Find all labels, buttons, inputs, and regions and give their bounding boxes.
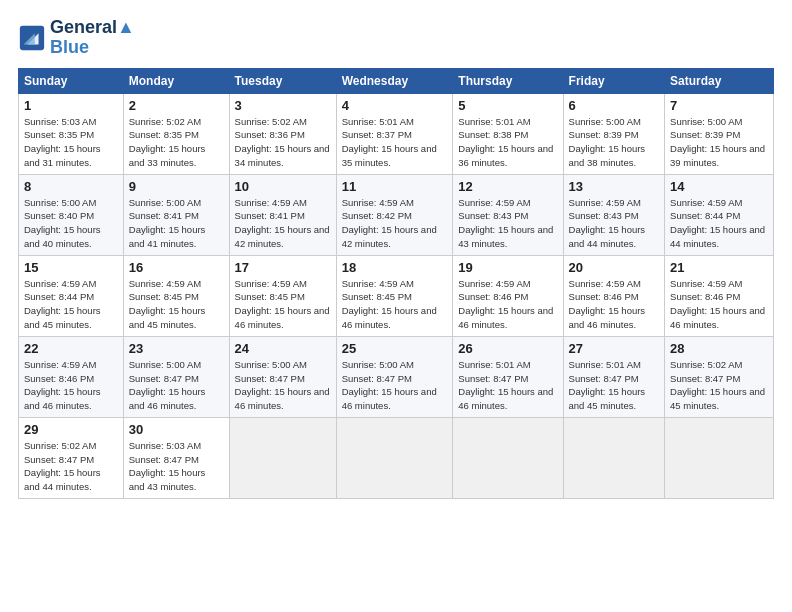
logo-icon — [18, 24, 46, 52]
day-info: Sunrise: 5:01 AMSunset: 8:47 PMDaylight:… — [569, 358, 660, 413]
calendar-cell: 20Sunrise: 4:59 AMSunset: 8:46 PMDayligh… — [563, 255, 665, 336]
calendar-body: 1Sunrise: 5:03 AMSunset: 8:35 PMDaylight… — [19, 93, 774, 498]
calendar-cell: 15Sunrise: 4:59 AMSunset: 8:44 PMDayligh… — [19, 255, 124, 336]
day-number: 3 — [235, 98, 331, 113]
day-number: 27 — [569, 341, 660, 356]
calendar-cell: 9Sunrise: 5:00 AMSunset: 8:41 PMDaylight… — [123, 174, 229, 255]
calendar-cell — [453, 417, 563, 498]
day-info: Sunrise: 5:01 AMSunset: 8:47 PMDaylight:… — [458, 358, 557, 413]
calendar-cell: 28Sunrise: 5:02 AMSunset: 8:47 PMDayligh… — [665, 336, 774, 417]
calendar-week-0: 1Sunrise: 5:03 AMSunset: 8:35 PMDaylight… — [19, 93, 774, 174]
day-info: Sunrise: 5:00 AMSunset: 8:47 PMDaylight:… — [129, 358, 224, 413]
day-number: 23 — [129, 341, 224, 356]
calendar-cell: 22Sunrise: 4:59 AMSunset: 8:46 PMDayligh… — [19, 336, 124, 417]
day-number: 4 — [342, 98, 448, 113]
day-number: 24 — [235, 341, 331, 356]
col-header-tuesday: Tuesday — [229, 68, 336, 93]
day-number: 2 — [129, 98, 224, 113]
day-info: Sunrise: 5:00 AMSunset: 8:47 PMDaylight:… — [235, 358, 331, 413]
calendar-cell: 4Sunrise: 5:01 AMSunset: 8:37 PMDaylight… — [336, 93, 453, 174]
day-number: 22 — [24, 341, 118, 356]
day-info: Sunrise: 4:59 AMSunset: 8:46 PMDaylight:… — [24, 358, 118, 413]
day-number: 6 — [569, 98, 660, 113]
calendar-cell: 7Sunrise: 5:00 AMSunset: 8:39 PMDaylight… — [665, 93, 774, 174]
day-info: Sunrise: 5:00 AMSunset: 8:40 PMDaylight:… — [24, 196, 118, 251]
col-header-monday: Monday — [123, 68, 229, 93]
day-number: 17 — [235, 260, 331, 275]
day-number: 13 — [569, 179, 660, 194]
day-number: 26 — [458, 341, 557, 356]
day-info: Sunrise: 4:59 AMSunset: 8:46 PMDaylight:… — [569, 277, 660, 332]
calendar-cell: 27Sunrise: 5:01 AMSunset: 8:47 PMDayligh… — [563, 336, 665, 417]
day-number: 8 — [24, 179, 118, 194]
calendar-cell: 2Sunrise: 5:02 AMSunset: 8:35 PMDaylight… — [123, 93, 229, 174]
day-number: 25 — [342, 341, 448, 356]
day-info: Sunrise: 5:03 AMSunset: 8:35 PMDaylight:… — [24, 115, 118, 170]
day-number: 15 — [24, 260, 118, 275]
day-number: 16 — [129, 260, 224, 275]
day-info: Sunrise: 5:00 AMSunset: 8:47 PMDaylight:… — [342, 358, 448, 413]
calendar-cell — [229, 417, 336, 498]
day-info: Sunrise: 4:59 AMSunset: 8:46 PMDaylight:… — [670, 277, 768, 332]
col-header-friday: Friday — [563, 68, 665, 93]
logo-text: General▲ Blue — [50, 18, 135, 58]
calendar-week-1: 8Sunrise: 5:00 AMSunset: 8:40 PMDaylight… — [19, 174, 774, 255]
day-number: 9 — [129, 179, 224, 194]
day-number: 19 — [458, 260, 557, 275]
calendar-cell: 14Sunrise: 4:59 AMSunset: 8:44 PMDayligh… — [665, 174, 774, 255]
day-info: Sunrise: 5:02 AMSunset: 8:47 PMDaylight:… — [24, 439, 118, 494]
calendar-cell: 12Sunrise: 4:59 AMSunset: 8:43 PMDayligh… — [453, 174, 563, 255]
calendar-cell: 10Sunrise: 4:59 AMSunset: 8:41 PMDayligh… — [229, 174, 336, 255]
calendar-week-4: 29Sunrise: 5:02 AMSunset: 8:47 PMDayligh… — [19, 417, 774, 498]
day-number: 11 — [342, 179, 448, 194]
calendar-cell: 25Sunrise: 5:00 AMSunset: 8:47 PMDayligh… — [336, 336, 453, 417]
day-info: Sunrise: 5:02 AMSunset: 8:47 PMDaylight:… — [670, 358, 768, 413]
col-header-thursday: Thursday — [453, 68, 563, 93]
day-info: Sunrise: 4:59 AMSunset: 8:45 PMDaylight:… — [235, 277, 331, 332]
day-number: 18 — [342, 260, 448, 275]
day-info: Sunrise: 4:59 AMSunset: 8:45 PMDaylight:… — [342, 277, 448, 332]
calendar-cell: 5Sunrise: 5:01 AMSunset: 8:38 PMDaylight… — [453, 93, 563, 174]
day-info: Sunrise: 5:01 AMSunset: 8:38 PMDaylight:… — [458, 115, 557, 170]
calendar-table: SundayMondayTuesdayWednesdayThursdayFrid… — [18, 68, 774, 499]
calendar-header-row: SundayMondayTuesdayWednesdayThursdayFrid… — [19, 68, 774, 93]
day-number: 12 — [458, 179, 557, 194]
day-info: Sunrise: 5:00 AMSunset: 8:39 PMDaylight:… — [670, 115, 768, 170]
calendar-cell: 1Sunrise: 5:03 AMSunset: 8:35 PMDaylight… — [19, 93, 124, 174]
day-info: Sunrise: 5:02 AMSunset: 8:36 PMDaylight:… — [235, 115, 331, 170]
day-info: Sunrise: 5:00 AMSunset: 8:41 PMDaylight:… — [129, 196, 224, 251]
day-number: 14 — [670, 179, 768, 194]
calendar-cell: 29Sunrise: 5:02 AMSunset: 8:47 PMDayligh… — [19, 417, 124, 498]
day-info: Sunrise: 5:02 AMSunset: 8:35 PMDaylight:… — [129, 115, 224, 170]
day-info: Sunrise: 4:59 AMSunset: 8:43 PMDaylight:… — [458, 196, 557, 251]
calendar-cell: 24Sunrise: 5:00 AMSunset: 8:47 PMDayligh… — [229, 336, 336, 417]
day-info: Sunrise: 4:59 AMSunset: 8:41 PMDaylight:… — [235, 196, 331, 251]
day-info: Sunrise: 4:59 AMSunset: 8:42 PMDaylight:… — [342, 196, 448, 251]
calendar-cell: 17Sunrise: 4:59 AMSunset: 8:45 PMDayligh… — [229, 255, 336, 336]
calendar-cell: 8Sunrise: 5:00 AMSunset: 8:40 PMDaylight… — [19, 174, 124, 255]
day-info: Sunrise: 4:59 AMSunset: 8:45 PMDaylight:… — [129, 277, 224, 332]
day-number: 30 — [129, 422, 224, 437]
calendar-cell: 30Sunrise: 5:03 AMSunset: 8:47 PMDayligh… — [123, 417, 229, 498]
calendar-cell: 19Sunrise: 4:59 AMSunset: 8:46 PMDayligh… — [453, 255, 563, 336]
calendar-cell: 11Sunrise: 4:59 AMSunset: 8:42 PMDayligh… — [336, 174, 453, 255]
day-number: 7 — [670, 98, 768, 113]
day-info: Sunrise: 5:03 AMSunset: 8:47 PMDaylight:… — [129, 439, 224, 494]
day-number: 29 — [24, 422, 118, 437]
day-number: 1 — [24, 98, 118, 113]
calendar-cell: 21Sunrise: 4:59 AMSunset: 8:46 PMDayligh… — [665, 255, 774, 336]
calendar-cell: 23Sunrise: 5:00 AMSunset: 8:47 PMDayligh… — [123, 336, 229, 417]
day-info: Sunrise: 5:01 AMSunset: 8:37 PMDaylight:… — [342, 115, 448, 170]
day-info: Sunrise: 4:59 AMSunset: 8:43 PMDaylight:… — [569, 196, 660, 251]
calendar-cell — [665, 417, 774, 498]
day-number: 20 — [569, 260, 660, 275]
day-info: Sunrise: 4:59 AMSunset: 8:46 PMDaylight:… — [458, 277, 557, 332]
calendar-cell — [563, 417, 665, 498]
day-number: 28 — [670, 341, 768, 356]
calendar-cell — [336, 417, 453, 498]
calendar-week-3: 22Sunrise: 4:59 AMSunset: 8:46 PMDayligh… — [19, 336, 774, 417]
calendar-cell: 26Sunrise: 5:01 AMSunset: 8:47 PMDayligh… — [453, 336, 563, 417]
calendar-cell: 6Sunrise: 5:00 AMSunset: 8:39 PMDaylight… — [563, 93, 665, 174]
col-header-sunday: Sunday — [19, 68, 124, 93]
col-header-wednesday: Wednesday — [336, 68, 453, 93]
